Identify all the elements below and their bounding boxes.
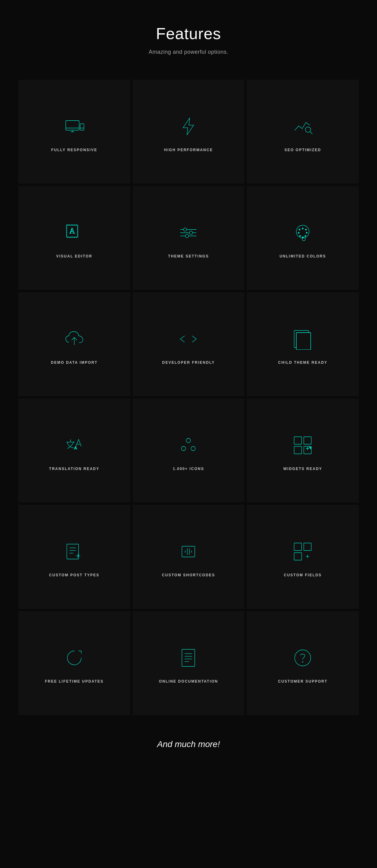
page-title: Features	[18, 25, 359, 43]
svg-point-18	[296, 225, 309, 238]
feature-label-demo-data-import: DEMO DATA IMPORT	[51, 361, 97, 365]
feature-card-widgets-ready: WIDGETS READY	[247, 399, 359, 502]
feature-card-high-performance: HIGH PERFORMANCE	[133, 80, 244, 184]
svg-point-38	[191, 446, 195, 451]
feature-label-online-documentation: ONLINE DOCUMENTATION	[159, 679, 218, 684]
svg-text:A: A	[74, 446, 77, 450]
svg-rect-53	[182, 547, 195, 557]
svg-point-19	[299, 229, 300, 230]
responsive-icon	[62, 114, 87, 139]
feature-card-custom-post-types: CUSTOM POST TYPES	[18, 505, 130, 609]
svg-rect-2	[80, 124, 84, 130]
svg-rect-58	[294, 543, 302, 551]
page-subtitle: Amazing and powerful options.	[18, 49, 359, 55]
svg-rect-40	[304, 437, 312, 444]
svg-point-21	[305, 229, 307, 230]
icons-icon	[176, 433, 201, 458]
translation-icon: A	[62, 433, 87, 458]
svg-text:A: A	[69, 227, 75, 235]
feature-label-1000-icons: 1.000+ ICONS	[173, 467, 204, 471]
custom-fields-icon	[290, 539, 315, 564]
svg-point-23	[304, 235, 306, 237]
updates-icon	[62, 646, 87, 670]
feature-label-child-theme-ready: CHILD THEME READY	[278, 361, 327, 365]
svg-point-20	[302, 227, 303, 229]
footer-text: And much more!	[18, 739, 359, 749]
feature-card-visual-editor: A VISUAL EDITOR	[18, 186, 130, 290]
feature-label-widgets-ready: WIDGETS READY	[283, 467, 322, 471]
svg-rect-30	[296, 333, 311, 350]
child-theme-icon	[290, 327, 315, 351]
documentation-icon	[176, 646, 201, 670]
features-grid: FULLY RESPONSIVE HIGH PERFORMANCE SEO OP…	[18, 80, 359, 715]
svg-rect-39	[294, 437, 302, 444]
page-wrapper: Features Amazing and powerful options. F…	[0, 0, 377, 780]
svg-point-22	[306, 232, 308, 233]
svg-point-15	[184, 228, 187, 231]
feature-label-developer-friendly: DEVELOPER FRIENDLY	[162, 361, 215, 365]
shortcodes-icon	[176, 539, 201, 564]
svg-point-26	[298, 232, 299, 233]
feature-label-free-lifetime-updates: FREE LIFETIME UPDATES	[45, 679, 104, 684]
visual-editor-icon: A	[62, 220, 87, 245]
svg-marker-6	[183, 118, 194, 135]
svg-rect-59	[304, 543, 312, 551]
svg-point-36	[186, 438, 191, 442]
widgets-icon	[290, 433, 315, 458]
svg-rect-60	[294, 553, 302, 560]
feature-label-theme-settings: THEME SETTINGS	[168, 254, 209, 258]
feature-card-custom-shortcodes: CUSTOM SHORTCODES	[133, 505, 244, 609]
feature-label-custom-post-types: CUSTOM POST TYPES	[49, 573, 99, 577]
svg-rect-41	[294, 446, 302, 454]
feature-label-translation-ready: TRANSLATION READY	[49, 467, 99, 471]
feature-card-child-theme-ready: CHILD THEME READY	[247, 292, 359, 396]
feature-label-custom-fields: CUSTOM FIELDS	[284, 573, 322, 577]
seo-icon	[290, 114, 315, 139]
code-icon	[176, 327, 201, 351]
svg-point-68	[295, 650, 311, 666]
feature-label-unlimited-colors: UNLIMITED COLORS	[280, 254, 326, 258]
feature-card-translation-ready: A TRANSLATION READY	[18, 399, 130, 502]
page-header: Features Amazing and powerful options.	[18, 25, 359, 55]
svg-rect-63	[182, 649, 195, 666]
custom-post-icon	[62, 539, 87, 564]
feature-card-fully-responsive: FULLY RESPONSIVE	[18, 80, 130, 184]
feature-label-visual-editor: VISUAL EDITOR	[56, 254, 92, 258]
support-icon	[290, 646, 315, 670]
feature-card-seo-optimized: SEO OPTIMIZED	[247, 80, 359, 184]
svg-rect-0	[66, 121, 79, 130]
feature-card-customer-support: CUSTOMER SUPPORT	[247, 611, 359, 715]
theme-settings-icon	[176, 220, 201, 245]
svg-line-8	[310, 132, 313, 134]
feature-card-1000-icons: 1.000+ ICONS	[133, 399, 244, 502]
lightning-icon	[176, 114, 201, 139]
cloud-upload-icon	[62, 327, 87, 351]
feature-card-demo-data-import: DEMO DATA IMPORT	[18, 292, 130, 396]
feature-card-free-lifetime-updates: FREE LIFETIME UPDATES	[18, 611, 130, 715]
feature-label-custom-shortcodes: CUSTOM SHORTCODES	[162, 573, 215, 577]
svg-point-37	[182, 446, 186, 451]
feature-card-theme-settings: THEME SETTINGS	[133, 186, 244, 290]
feature-label-customer-support: CUSTOMER SUPPORT	[278, 679, 327, 684]
feature-card-custom-fields: CUSTOM FIELDS	[247, 505, 359, 609]
feature-card-developer-friendly: DEVELOPER FRIENDLY	[133, 292, 244, 396]
svg-rect-47	[67, 544, 79, 559]
svg-point-16	[190, 231, 193, 235]
feature-label-high-performance: HIGH PERFORMANCE	[164, 148, 213, 152]
svg-point-69	[302, 661, 303, 662]
feature-label-seo-optimized: SEO OPTIMIZED	[284, 148, 321, 152]
feature-card-online-documentation: ONLINE DOCUMENTATION	[133, 611, 244, 715]
svg-point-17	[185, 234, 189, 238]
feature-label-fully-responsive: FULLY RESPONSIVE	[51, 148, 97, 152]
colors-icon	[290, 220, 315, 245]
feature-card-unlimited-colors: UNLIMITED COLORS	[247, 186, 359, 290]
svg-point-25	[299, 235, 301, 237]
